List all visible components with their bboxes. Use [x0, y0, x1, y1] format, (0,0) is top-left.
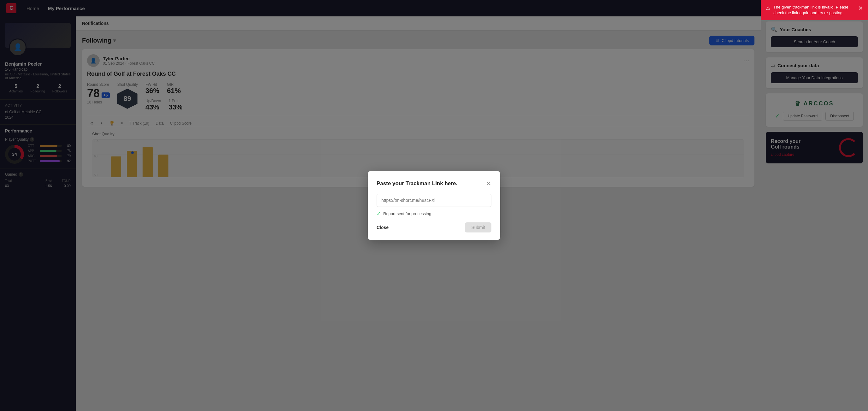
modal-close-x-button[interactable]: ✕ — [486, 180, 491, 187]
toast-warning-icon: ⚠ — [766, 5, 770, 12]
error-toast: ⚠ The given trackman link is invalid. Pl… — [761, 0, 868, 20]
modal-title: Paste your Trackman Link here. — [377, 181, 457, 187]
modal-success-message: ✓ Report sent for processing — [377, 211, 491, 217]
modal-success-check-icon: ✓ — [377, 211, 381, 217]
toast-message: The given trackman link is invalid. Plea… — [773, 4, 855, 16]
modal-footer: Close Submit — [377, 222, 491, 232]
modal-success-text: Report sent for processing — [383, 211, 431, 216]
modal-overlay[interactable]: Paste your Trackman Link here. ✕ ✓ Repor… — [0, 0, 868, 411]
trackman-modal: Paste your Trackman Link here. ✕ ✓ Repor… — [368, 171, 500, 240]
modal-close-button[interactable]: Close — [377, 225, 389, 230]
modal-header: Paste your Trackman Link here. ✕ — [377, 180, 491, 187]
modal-submit-button[interactable]: Submit — [465, 222, 491, 232]
toast-close-button[interactable]: ✕ — [858, 4, 863, 12]
trackman-link-input[interactable] — [377, 194, 491, 207]
